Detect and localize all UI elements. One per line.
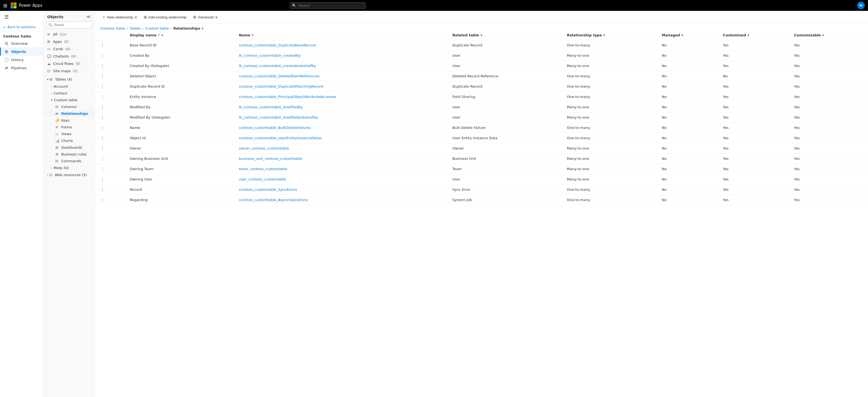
- row-menu-6[interactable]: ⋮: [95, 102, 125, 112]
- row-context-menu-icon[interactable]: ⋮: [99, 145, 106, 151]
- objects-item-chatbots[interactable]: 💬 Chatbots (0): [43, 53, 95, 60]
- tree-item-custom-table[interactable]: ▾ Custom table: [43, 96, 95, 104]
- row-context-menu-icon[interactable]: ⋮: [99, 155, 106, 162]
- row-menu-2[interactable]: ⋮: [95, 61, 125, 71]
- add-existing-button[interactable]: ⊞ Add existing relationship: [141, 13, 189, 21]
- name-link-3[interactable]: contoso_customtable_DeletedItemReference…: [239, 74, 320, 78]
- row-context-menu-icon[interactable]: ⋮: [99, 114, 106, 120]
- sidebar-item-overview[interactable]: ⊡ Overview: [0, 39, 43, 48]
- avatar[interactable]: M: [857, 2, 865, 9]
- sidebar-item-pipelines[interactable]: ⇄ Pipelines: [0, 64, 43, 72]
- breadcrumb-dropdown-icon[interactable]: ∨: [202, 27, 204, 30]
- sidebar-item-history[interactable]: 🕐 History: [0, 56, 43, 64]
- row-context-menu-icon[interactable]: ⋮: [99, 63, 106, 69]
- row-menu-10[interactable]: ⋮: [95, 143, 125, 153]
- tree-item-account[interactable]: › Account: [43, 83, 95, 90]
- row-menu-8[interactable]: ⋮: [95, 123, 125, 133]
- row-menu-3[interactable]: ⋮: [95, 71, 125, 81]
- new-relationship-button[interactable]: ＋ New relationship ∨: [99, 13, 140, 21]
- display-name-filter-icon[interactable]: ∨: [161, 33, 163, 37]
- row-menu-5[interactable]: ⋮: [95, 92, 125, 102]
- row-menu-15[interactable]: ⋮: [95, 195, 125, 205]
- row-context-menu-icon[interactable]: ⋮: [99, 42, 106, 48]
- row-context-menu-icon[interactable]: ⋮: [99, 135, 106, 141]
- th-customizable[interactable]: Customizable ∨: [790, 30, 868, 40]
- tree-item-relationships[interactable]: ⇌ Relationships: [43, 110, 95, 117]
- th-relationship-type[interactable]: Relationship type ∨: [562, 30, 657, 40]
- row-menu-11[interactable]: ⋮: [95, 153, 125, 164]
- row-menu-14[interactable]: ⋮: [95, 185, 125, 195]
- related-table-filter-icon[interactable]: ∨: [480, 33, 483, 37]
- tree-item-dashboards[interactable]: ⊞ Dashboards: [43, 144, 95, 151]
- objects-item-apps[interactable]: ⊞ Apps (2): [43, 38, 95, 45]
- web-resources-tree-parent[interactable]: › ⊡ Web resources (3): [43, 171, 95, 178]
- th-customized[interactable]: Customized ∨: [719, 30, 790, 40]
- waffle-icon[interactable]: ⊞: [3, 3, 7, 8]
- name-link-4[interactable]: contoso_customtable_DuplicateMatchingRec…: [239, 84, 323, 88]
- tree-item-columns[interactable]: ⊟ Columns: [43, 104, 95, 110]
- row-context-menu-icon[interactable]: ⋮: [99, 197, 106, 203]
- name-link-6[interactable]: lk_contoso_customtable_modifiedby: [239, 105, 303, 109]
- name-filter-icon[interactable]: ∨: [251, 33, 254, 37]
- name-link-15[interactable]: contoso_customtable_AsyncOperations: [239, 198, 308, 202]
- th-related-table[interactable]: Related table ∨: [448, 30, 563, 40]
- managed-filter-icon[interactable]: ∨: [681, 33, 683, 37]
- row-menu-1[interactable]: ⋮: [95, 51, 125, 61]
- customizable-filter-icon[interactable]: ∨: [822, 33, 824, 37]
- row-context-menu-icon[interactable]: ⋮: [99, 52, 106, 59]
- name-link-11[interactable]: business_unit_contoso_customtable: [239, 157, 302, 161]
- name-link-10[interactable]: owner_contoso_customtable: [239, 146, 289, 150]
- row-context-menu-icon[interactable]: ⋮: [99, 73, 106, 79]
- objects-item-cloud-flows[interactable]: ☁ Cloud flows (0): [43, 60, 95, 67]
- row-menu-12[interactable]: ⋮: [95, 164, 125, 174]
- row-context-menu-icon[interactable]: ⋮: [99, 94, 106, 100]
- hamburger-icon[interactable]: ☰: [0, 11, 43, 23]
- name-link-2[interactable]: lk_contoso_customtable_createdonbehalfby: [239, 64, 316, 68]
- row-context-menu-icon[interactable]: ⋮: [99, 176, 106, 182]
- th-name[interactable]: Name ∨: [235, 30, 448, 40]
- tree-item-views[interactable]: ▭ Views: [43, 131, 95, 137]
- row-menu-4[interactable]: ⋮: [95, 81, 125, 92]
- row-menu-0[interactable]: ⋮: [95, 40, 125, 51]
- row-context-menu-icon[interactable]: ⋮: [99, 104, 106, 110]
- name-link-5[interactable]: contoso_customtable_PrincipalObjectAttri…: [239, 95, 336, 99]
- breadcrumb-contoso-sales[interactable]: Contoso Sales: [100, 26, 125, 30]
- name-link-14[interactable]: contoso_customtable_SyncErrors: [239, 188, 297, 192]
- name-link-0[interactable]: contoso_customtable_DuplicateBaseRecord: [239, 43, 315, 47]
- tree-item-contact[interactable]: › Contact: [43, 90, 95, 96]
- name-link-7[interactable]: lk_contoso_customtable_modifiedonbehalfb…: [239, 115, 318, 119]
- tree-item-business-rules[interactable]: ⚙ Business rules: [43, 151, 95, 158]
- breadcrumb-tables[interactable]: Tables: [130, 26, 141, 30]
- sidebar-item-objects[interactable]: ⊞ Objects: [0, 48, 43, 56]
- customized-filter-icon[interactable]: ∨: [747, 33, 749, 37]
- name-link-8[interactable]: contoso_customtable_BulkDeleteFailures: [239, 125, 311, 130]
- tree-item-commands[interactable]: ⊟ Commands: [43, 158, 95, 165]
- back-to-solutions-link[interactable]: ← Back to solutions: [0, 23, 43, 31]
- name-link-1[interactable]: lk_contoso_customtable_createdby: [239, 53, 301, 58]
- row-context-menu-icon[interactable]: ⋮: [99, 187, 106, 193]
- row-context-menu-icon[interactable]: ⋮: [99, 166, 106, 172]
- breadcrumb-custom-table[interactable]: Custom table: [145, 26, 169, 30]
- row-menu-13[interactable]: ⋮: [95, 174, 125, 185]
- th-managed[interactable]: Managed ∨: [657, 30, 719, 40]
- row-menu-7[interactable]: ⋮: [95, 112, 125, 123]
- close-icon[interactable]: ≪: [86, 14, 91, 19]
- tree-item-matp-list[interactable]: › Matp list: [43, 165, 95, 171]
- name-link-13[interactable]: user_contoso_customtable: [239, 177, 286, 181]
- tree-item-charts[interactable]: 📊 Charts: [43, 137, 95, 144]
- name-link-12[interactable]: team_contoso_customtable: [239, 167, 287, 171]
- row-menu-9[interactable]: ⋮: [95, 133, 125, 143]
- objects-item-all[interactable]: ≡ All (11): [43, 31, 95, 38]
- row-context-menu-icon[interactable]: ⋮: [99, 83, 106, 89]
- row-context-menu-icon[interactable]: ⋮: [99, 124, 106, 131]
- advanced-button[interactable]: ⚙ Advanced ∨: [190, 13, 220, 21]
- name-link-9[interactable]: contoso_customtable_UserEntityInstanceDa…: [239, 136, 322, 140]
- objects-item-site-maps[interactable]: ⊡ Site maps (2): [43, 67, 95, 75]
- objects-search-input[interactable]: [46, 22, 92, 28]
- tree-item-keys[interactable]: 🔑 Keys: [43, 117, 95, 124]
- relationship-type-filter-icon[interactable]: ∨: [603, 33, 605, 37]
- tables-tree-parent[interactable]: ▾ ⊞ Tables (4): [43, 76, 95, 83]
- th-display-name[interactable]: Display name ↑ ∨: [125, 30, 235, 40]
- tree-item-forms[interactable]: ≡ Forms: [43, 124, 95, 131]
- search-input[interactable]: [290, 2, 366, 9]
